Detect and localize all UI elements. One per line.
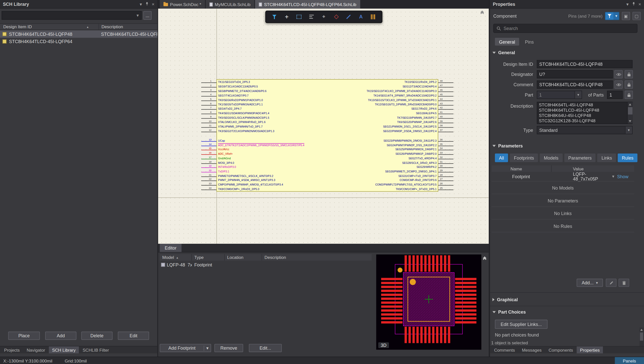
filter-models[interactable]: Models bbox=[540, 154, 563, 162]
schematic-pin-line[interactable] bbox=[201, 87, 216, 87]
library-item-row[interactable]: STC8H4K64TLCD-45I-LQFP64 bbox=[0, 38, 157, 45]
pin-panel-icon[interactable] bbox=[145, 2, 149, 7]
library-more-button[interactable]: ... bbox=[143, 11, 152, 20]
schematic-pin-line[interactable] bbox=[201, 159, 216, 159]
schematic-pin-line[interactable] bbox=[201, 100, 216, 101]
description-option[interactable]: STC8H4K64TLCD-45I-LQFP48 bbox=[537, 108, 627, 113]
description-scrollbar[interactable] bbox=[627, 102, 632, 124]
schematic-pin-line[interactable] bbox=[201, 185, 216, 186]
schematic-pin-line[interactable] bbox=[438, 181, 453, 181]
column-value[interactable]: Value bbox=[552, 166, 634, 171]
remove-button[interactable]: Remove bbox=[214, 344, 243, 352]
schematic-pin-line[interactable] bbox=[201, 163, 216, 164]
column-name[interactable]: Name bbox=[492, 165, 552, 172]
pads-icon[interactable] bbox=[368, 12, 379, 22]
line-icon[interactable] bbox=[343, 12, 354, 22]
description-option[interactable]: STC8H4K64TL-45I-LQFP48 bbox=[537, 102, 627, 107]
align-icon[interactable] bbox=[306, 12, 317, 22]
panel-menu-icon[interactable]: ▾ bbox=[140, 2, 142, 6]
add-parameter-button[interactable]: Add... ▾ bbox=[577, 279, 603, 287]
filter-all[interactable]: All bbox=[495, 154, 508, 162]
section-graphical[interactable]: Graphical bbox=[492, 296, 518, 303]
description-option[interactable]: STC32G12K128-35I-LQFP48 bbox=[537, 118, 627, 124]
visibility-toggle-button[interactable] bbox=[614, 70, 623, 78]
footprint-parameter-row[interactable]: Footprint LQFP-48_7x7x05P ▼ Show bbox=[492, 172, 634, 181]
schematic-pin-line[interactable] bbox=[438, 176, 453, 177]
schematic-pin-line[interactable] bbox=[201, 172, 216, 172]
schematic-pin-line[interactable] bbox=[201, 145, 216, 146]
filter-icon[interactable] bbox=[269, 12, 280, 22]
panel-tab-messages[interactable]: Messages bbox=[519, 346, 545, 353]
editor-tab[interactable]: Editor bbox=[160, 244, 181, 252]
polygon-icon[interactable] bbox=[331, 12, 342, 22]
pin-panel-icon[interactable] bbox=[631, 2, 635, 7]
schematic-pin-line[interactable] bbox=[438, 96, 453, 96]
chevron-down-icon[interactable]: ▾ bbox=[204, 345, 211, 351]
schematic-pin-line[interactable] bbox=[438, 145, 453, 146]
lock-toggle-button[interactable] bbox=[625, 80, 633, 89]
filter-funnel-icon[interactable] bbox=[605, 12, 614, 20]
properties-search-input[interactable]: Search bbox=[493, 24, 637, 33]
chevron-down-icon[interactable]: ▾ bbox=[134, 13, 142, 18]
panel-tab-comments[interactable]: Comments bbox=[491, 346, 518, 353]
type-dropdown[interactable]: Standard ▾ bbox=[537, 126, 632, 134]
part-dropdown[interactable]: 1 ▾ bbox=[537, 91, 582, 99]
schematic-pin-line[interactable] bbox=[438, 185, 453, 186]
filter-links[interactable]: Links bbox=[597, 154, 616, 162]
scroll-up-icon[interactable] bbox=[640, 329, 643, 331]
library-item-row[interactable]: STC8H4K64TLCD-45I-LQFP48STC8H4K64TLCD-45… bbox=[0, 30, 157, 38]
panel-menu-icon[interactable]: ▾ bbox=[626, 2, 629, 6]
mask-mode-button[interactable]: ▢ bbox=[632, 12, 641, 20]
tab-pins[interactable]: Pins bbox=[521, 38, 538, 46]
section-parameters[interactable]: Parameters bbox=[492, 142, 523, 149]
schematic-pin-line[interactable] bbox=[438, 100, 453, 101]
section-part-choices[interactable]: Part Choices bbox=[492, 309, 526, 315]
scroll-down-icon[interactable] bbox=[629, 120, 631, 122]
move-icon[interactable] bbox=[282, 12, 292, 22]
close-panel-icon[interactable]: × bbox=[152, 2, 154, 6]
chevron-down-icon[interactable]: ▾ bbox=[625, 126, 632, 134]
schematic-pin-line[interactable] bbox=[438, 163, 453, 164]
schematic-pin-line[interactable] bbox=[438, 127, 453, 128]
schematic-pin-line[interactable] bbox=[201, 123, 216, 123]
schematic-pin-line[interactable] bbox=[201, 154, 216, 155]
schematic-pin-line[interactable] bbox=[438, 132, 453, 132]
schematic-pin-line[interactable] bbox=[201, 190, 216, 190]
selection-box-icon[interactable] bbox=[294, 12, 304, 22]
schematic-pin-line[interactable] bbox=[201, 181, 216, 181]
panel-tab-navigator[interactable]: Navigator bbox=[23, 346, 48, 353]
schematic-pin-line[interactable] bbox=[201, 96, 216, 96]
scrollbar-thumb[interactable] bbox=[628, 107, 633, 114]
visibility-toggle-button[interactable] bbox=[614, 80, 623, 89]
schematic-pin-line[interactable] bbox=[201, 109, 216, 110]
schematic-pin-line[interactable] bbox=[438, 159, 453, 159]
schematic-pin-line[interactable] bbox=[438, 141, 453, 142]
model-row[interactable]: LQFP-48_7x7Footprint bbox=[160, 261, 372, 268]
schematic-pin-line[interactable] bbox=[201, 168, 216, 168]
schematic-pin-line[interactable] bbox=[438, 87, 453, 87]
schematic-pin-line[interactable] bbox=[201, 114, 216, 114]
collapse-chevron-icon[interactable] bbox=[483, 257, 486, 261]
place-button[interactable]: Place bbox=[8, 332, 40, 340]
document-tab[interactable]: Power.SchDoc * bbox=[160, 0, 205, 9]
design-item-id-input[interactable]: STC8H4K64TLCD-45I-LQFP48 bbox=[537, 60, 632, 68]
schematic-pin-line[interactable] bbox=[438, 82, 453, 83]
edit-parameter-button[interactable] bbox=[606, 279, 617, 287]
parts-total-input[interactable]: 1 bbox=[607, 91, 623, 99]
schematic-pin-line[interactable] bbox=[438, 150, 453, 150]
add-footprint-button[interactable]: Add Footprint ▾ bbox=[160, 344, 211, 352]
add-button[interactable]: Add bbox=[45, 332, 76, 340]
parameter-value[interactable]: LQFP-48_7x7x05P bbox=[573, 172, 609, 181]
schematic-pin-line[interactable] bbox=[201, 118, 216, 119]
schematic-pin-line[interactable] bbox=[201, 92, 216, 92]
schematic-pin-line[interactable] bbox=[201, 176, 216, 177]
view-3d-badge[interactable]: 3D bbox=[378, 342, 389, 348]
schematic-pin-line[interactable] bbox=[201, 141, 216, 142]
delete-parameter-button[interactable] bbox=[619, 279, 629, 287]
edit-button[interactable]: Edit bbox=[118, 332, 149, 340]
chevron-down-icon[interactable]: ▾ bbox=[596, 281, 598, 285]
document-tab[interactable]: MyMCULib.SchLib bbox=[206, 0, 254, 9]
chevron-down-icon[interactable]: ▼ bbox=[614, 12, 619, 20]
schematic-pin-line[interactable] bbox=[201, 150, 216, 150]
schematic-pin-line[interactable] bbox=[201, 82, 216, 83]
